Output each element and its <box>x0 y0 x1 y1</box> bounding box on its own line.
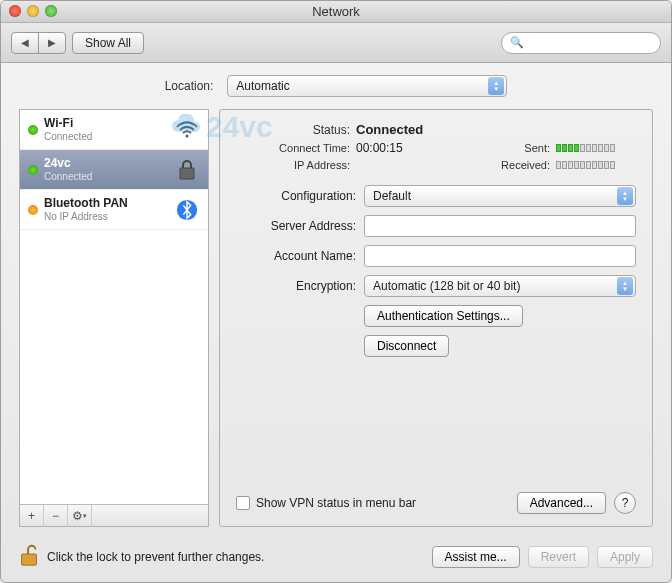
network-status: No IP Address <box>44 210 168 224</box>
lock-icon <box>174 157 200 183</box>
status-dot-icon <box>28 165 38 175</box>
authentication-settings-button[interactable]: Authentication Settings... <box>364 305 523 327</box>
svg-point-0 <box>186 134 189 137</box>
show-all-button[interactable]: Show All <box>72 32 144 54</box>
show-vpn-checkbox[interactable] <box>236 496 250 510</box>
svg-rect-4 <box>22 554 37 565</box>
location-select[interactable]: Automatic ▲▼ <box>227 75 507 97</box>
status-label: Status: <box>236 123 356 137</box>
forward-button[interactable]: ▶ <box>38 32 66 54</box>
account-name-input[interactable] <box>364 245 636 267</box>
encryption-label: Encryption: <box>236 279 356 293</box>
chevron-updown-icon: ▲▼ <box>617 277 633 295</box>
window-title: Network <box>312 4 360 19</box>
location-row: Location: Automatic ▲▼ <box>19 75 653 97</box>
svg-rect-1 <box>180 168 194 179</box>
network-status: Connected <box>44 130 168 144</box>
disconnect-button[interactable]: Disconnect <box>364 335 449 357</box>
titlebar: Network <box>1 1 671 23</box>
remove-network-button[interactable]: − <box>44 505 68 527</box>
configuration-select[interactable]: Default ▲▼ <box>364 185 636 207</box>
configuration-value: Default <box>373 189 411 203</box>
sidebar-footer: + − ⚙▾ <box>20 504 208 526</box>
add-network-button[interactable]: + <box>20 505 44 527</box>
bottom-bar: Click the lock to prevent further change… <box>1 535 671 582</box>
account-name-label: Account Name: <box>236 249 356 263</box>
location-label: Location: <box>165 79 220 93</box>
received-label: Received: <box>476 159 556 171</box>
zoom-icon[interactable] <box>45 5 57 17</box>
content-area: Location: Automatic ▲▼ Wi-Fi Connected <box>1 63 671 535</box>
network-preferences-window: Network ◀ ▶ Show All 🔍 Location: Automat… <box>0 0 672 583</box>
network-item-wifi[interactable]: Wi-Fi Connected <box>20 110 208 150</box>
revert-button[interactable]: Revert <box>528 546 589 568</box>
details-panel: Status: Connected Connect Time: 00:00:15… <box>219 109 653 527</box>
network-item-bluetooth-pan[interactable]: Bluetooth PAN No IP Address <box>20 190 208 230</box>
lock-text: Click the lock to prevent further change… <box>47 550 424 564</box>
toolbar: ◀ ▶ Show All 🔍 <box>1 23 671 63</box>
chevron-updown-icon: ▲▼ <box>617 187 633 205</box>
sent-label: Sent: <box>476 142 556 154</box>
chevron-updown-icon: ▲▼ <box>488 77 504 95</box>
close-icon[interactable] <box>9 5 21 17</box>
minimize-icon[interactable] <box>27 5 39 17</box>
server-address-label: Server Address: <box>236 219 356 233</box>
show-vpn-label: Show VPN status in menu bar <box>256 496 517 510</box>
network-name: Wi-Fi <box>44 116 168 130</box>
status-dot-icon <box>28 125 38 135</box>
search-input[interactable] <box>528 36 652 50</box>
status-dot-icon <box>28 205 38 215</box>
status-value: Connected <box>356 122 476 137</box>
search-field[interactable]: 🔍 <box>501 32 661 54</box>
encryption-value: Automatic (128 bit or 40 bit) <box>373 279 520 293</box>
network-item-24vc[interactable]: 24vc Connected <box>20 150 208 190</box>
advanced-button[interactable]: Advanced... <box>517 492 606 514</box>
server-address-input[interactable] <box>364 215 636 237</box>
ip-address-label: IP Address: <box>236 159 356 171</box>
lock-open-icon[interactable] <box>19 543 39 570</box>
apply-button[interactable]: Apply <box>597 546 653 568</box>
search-icon: 🔍 <box>510 36 524 49</box>
network-name: Bluetooth PAN <box>44 196 168 210</box>
wifi-icon <box>174 117 200 143</box>
network-list: Wi-Fi Connected 24vc Connected <box>19 109 209 527</box>
configuration-label: Configuration: <box>236 189 356 203</box>
connect-time-value: 00:00:15 <box>356 141 476 155</box>
main-area: Wi-Fi Connected 24vc Connected <box>19 109 653 527</box>
received-bars <box>556 161 636 169</box>
network-status: Connected <box>44 170 168 184</box>
sent-bars <box>556 144 636 152</box>
encryption-select[interactable]: Automatic (128 bit or 40 bit) ▲▼ <box>364 275 636 297</box>
connect-time-label: Connect Time: <box>236 142 356 154</box>
back-button[interactable]: ◀ <box>11 32 39 54</box>
network-name: 24vc <box>44 156 168 170</box>
help-button[interactable]: ? <box>614 492 636 514</box>
traffic-lights <box>9 5 57 17</box>
gear-icon[interactable]: ⚙▾ <box>68 505 92 527</box>
assist-me-button[interactable]: Assist me... <box>432 546 520 568</box>
location-select-value: Automatic <box>236 79 289 93</box>
bluetooth-icon <box>174 197 200 223</box>
